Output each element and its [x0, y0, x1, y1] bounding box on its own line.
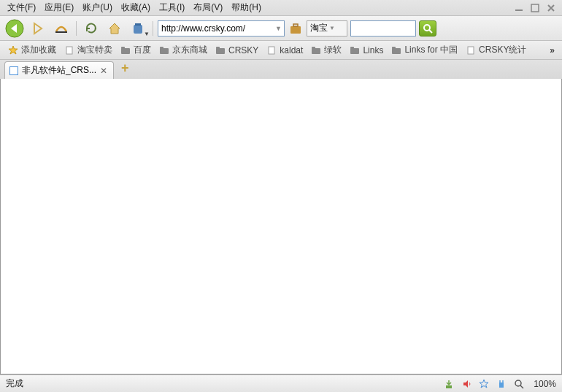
close-button[interactable]	[544, 2, 558, 14]
svg-rect-21	[350, 47, 354, 49]
minimize-button[interactable]	[512, 2, 526, 14]
svg-point-29	[515, 380, 521, 386]
svg-rect-7	[293, 24, 298, 26]
new-tab-button[interactable]: +	[114, 58, 136, 79]
bookmark-jd[interactable]: 京东商城	[155, 42, 210, 58]
maximize-button[interactable]	[528, 2, 542, 14]
url-input[interactable]	[158, 20, 285, 36]
search-input[interactable]	[350, 20, 416, 36]
folder-icon	[310, 45, 322, 56]
svg-rect-3	[55, 31, 67, 33]
svg-rect-22	[392, 48, 401, 54]
sound-icon[interactable]	[461, 378, 472, 390]
svg-rect-24	[468, 47, 474, 54]
tab-active[interactable]: 非凡软件站_CRS... ✕	[4, 61, 114, 79]
folder-icon	[120, 45, 131, 56]
svg-rect-12	[121, 47, 125, 49]
svg-rect-4	[134, 25, 142, 34]
svg-rect-25	[446, 385, 452, 388]
menu-tools[interactable]: 工具(I)	[155, 0, 189, 15]
menu-favorites[interactable]: 收藏(A)	[117, 0, 155, 15]
bookmark-add-favorite[interactable]: 添加收藏	[4, 42, 59, 58]
page-icon	[63, 45, 75, 56]
stop-button[interactable]	[51, 18, 72, 39]
bookmark-label: 绿软	[324, 44, 342, 56]
tabbar: 非凡软件站_CRS... ✕ +	[0, 60, 562, 79]
svg-rect-6	[290, 26, 301, 34]
bookmark-label: 添加收藏	[21, 44, 56, 56]
menu-layout[interactable]: 布局(V)	[189, 0, 227, 15]
url-bar: ▼	[158, 20, 285, 36]
svg-rect-18	[312, 48, 320, 54]
bookmark-links-cn[interactable]: Links for 中国	[388, 42, 461, 58]
download-icon[interactable]	[443, 378, 455, 390]
svg-rect-13	[160, 48, 169, 54]
menu-file[interactable]: 文件(F)	[3, 0, 40, 15]
svg-rect-14	[160, 47, 163, 49]
statusbar: 完成 100%	[0, 374, 562, 392]
zoom-level[interactable]: 100%	[534, 379, 556, 389]
svg-rect-0	[515, 9, 523, 11]
bookmark-taobao[interactable]: 淘宝特卖	[61, 42, 115, 58]
bookmark-baidu[interactable]: 百度	[117, 42, 154, 58]
back-button[interactable]	[4, 18, 25, 39]
svg-rect-11	[121, 48, 130, 54]
svg-rect-5	[135, 23, 141, 26]
bookmarks-overflow[interactable]: »	[547, 45, 558, 55]
search-engine-select[interactable]: 淘宝 ▼	[307, 20, 347, 36]
bookmark-links[interactable]: Links	[346, 43, 386, 58]
forward-button[interactable]	[28, 18, 48, 39]
star-status-icon[interactable]	[478, 378, 490, 390]
plugin-icon[interactable]	[496, 378, 507, 390]
briefcase-icon[interactable]	[288, 18, 304, 39]
status-text: 完成	[6, 377, 437, 390]
svg-rect-16	[216, 47, 220, 49]
url-dropdown-icon[interactable]: ▼	[275, 25, 282, 32]
page-icon	[266, 45, 277, 56]
bookmark-kaldat[interactable]: kaldat	[263, 43, 306, 58]
refresh-button[interactable]	[81, 18, 101, 39]
star-icon	[7, 45, 19, 56]
tab-favicon	[9, 66, 18, 75]
svg-rect-26	[499, 383, 504, 388]
bookmark-label: CRSKY统计	[479, 44, 526, 56]
bookmark-crsky-stats[interactable]: CRSKY统计	[462, 42, 529, 58]
folder-icon	[349, 45, 361, 56]
svg-line-30	[520, 385, 523, 388]
window-controls	[512, 2, 559, 14]
bookmark-label: 淘宝特卖	[77, 44, 112, 56]
svg-rect-1	[531, 4, 539, 12]
bookmark-label: Links for 中国	[404, 44, 458, 56]
svg-point-8	[424, 25, 430, 31]
divider	[76, 21, 77, 36]
toolbar: ▼ ▼ 淘宝 ▼	[0, 16, 562, 41]
folder-icon	[390, 45, 402, 56]
folder-icon	[215, 45, 226, 56]
bookmark-label: 京东商城	[172, 44, 207, 56]
bookmark-label: 百度	[134, 44, 151, 56]
search-go-button[interactable]	[419, 20, 436, 36]
bookmark-crsky[interactable]: CRSKY	[212, 43, 261, 58]
menu-help[interactable]: 帮助(H)	[227, 0, 266, 15]
history-button[interactable]: ▼	[128, 18, 148, 39]
bookmark-label: CRSKY	[228, 45, 258, 55]
folder-icon	[158, 45, 170, 56]
divider	[153, 21, 153, 36]
svg-rect-20	[350, 48, 359, 54]
bookmark-greensoft[interactable]: 绿软	[307, 42, 344, 58]
tab-close-icon[interactable]: ✕	[100, 66, 107, 76]
home-button[interactable]	[104, 18, 125, 39]
zoom-icon[interactable]	[513, 378, 525, 390]
svg-rect-17	[269, 47, 274, 54]
bookmark-label: kaldat	[280, 45, 303, 55]
svg-rect-15	[216, 48, 225, 54]
webpage-content[interactable]	[0, 79, 562, 374]
menu-app[interactable]: 应用(E)	[40, 0, 78, 15]
bookmark-label: Links	[363, 45, 383, 55]
page-icon	[465, 45, 477, 56]
menu-account[interactable]: 账户(U)	[78, 0, 117, 15]
bookmarks-bar: 添加收藏 淘宝特卖 百度 京东商城 CRSKY kaldat 绿软 Links …	[0, 41, 562, 60]
svg-rect-10	[66, 47, 72, 54]
svg-rect-19	[312, 47, 315, 49]
svg-line-9	[429, 30, 432, 33]
